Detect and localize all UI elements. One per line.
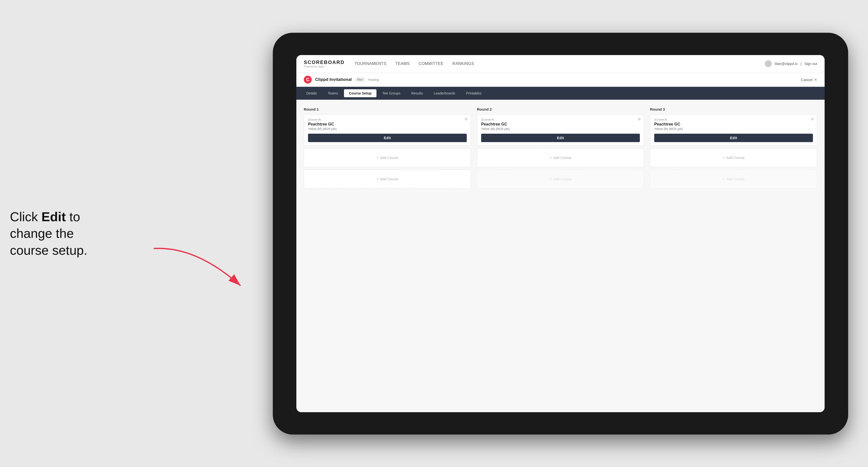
add-course-label-r2-c: Add Course — [553, 177, 571, 181]
tab-course-setup[interactable]: Course Setup — [344, 89, 376, 97]
add-course-label-r1-b: Add Course — [380, 156, 399, 160]
separator: | — [801, 62, 802, 66]
delete-course-r1-a[interactable]: ⊗ — [465, 117, 468, 121]
tournament-logo: C — [304, 75, 312, 84]
delete-course-r3-a[interactable]: ⊗ — [811, 117, 814, 121]
tab-results[interactable]: Results — [406, 89, 428, 97]
close-icon: ✕ — [814, 77, 817, 82]
delete-course-r2-a[interactable]: ⊗ — [638, 117, 641, 121]
round-1-title: Round 1 — [304, 107, 471, 111]
instruction-bold: Edit — [41, 209, 66, 224]
course-label-r3-a: (Course A) — [654, 118, 813, 121]
course-label-r1-a: (Course A) — [308, 118, 467, 121]
course-name-r2-a: Peachtree GC — [481, 122, 640, 126]
plus-icon-r3-b: + — [722, 156, 725, 160]
tablet-shell: SCOREBOARD Powered by clippd TOURNAMENTS… — [273, 33, 848, 435]
plus-icon-r1-c: + — [376, 177, 378, 181]
add-course-label-r3-b: Add Course — [726, 156, 745, 160]
edit-button-r2-a[interactable]: Edit — [481, 134, 640, 142]
plus-icon-r3-c: + — [722, 177, 725, 181]
top-nav-links: TOURNAMENTS TEAMS COMMITTEE RANKINGS — [354, 62, 765, 66]
plus-icon-r1-b: + — [376, 156, 378, 160]
logo-title: SCOREBOARD — [304, 60, 344, 65]
rounds-grid: Round 1 ⊗ (Course A) Peachtree GC Yellow… — [304, 107, 817, 191]
nav-committee[interactable]: COMMITTEE — [418, 62, 444, 66]
tab-details[interactable]: Details — [301, 89, 322, 97]
top-nav-right: blair@clippd.io | Sign out — [765, 60, 817, 67]
cancel-label: Cancel — [801, 77, 812, 82]
add-course-r3-c: + Add Course — [650, 169, 817, 188]
scoreboard-logo: SCOREBOARD Powered by clippd — [304, 60, 344, 68]
course-details-r1-a: Yellow (M) (6629 yds) — [308, 127, 467, 131]
tournament-header: C Clippd Invitational Men Hosting Cancel… — [297, 73, 825, 87]
add-course-r1-b[interactable]: + Add Course — [304, 148, 471, 167]
course-card-r3-a: ⊗ (Course A) Peachtree GC Yellow (M) (66… — [650, 114, 817, 146]
course-card-r2-a: ⊗ (Course A) Peachtree GC Yellow (M) (66… — [477, 114, 644, 146]
round-3-title: Round 3 — [650, 107, 817, 111]
tab-tee-groups[interactable]: Tee Groups — [377, 89, 405, 97]
round-2-title: Round 2 — [477, 107, 644, 111]
main-content: Round 1 ⊗ (Course A) Peachtree GC Yellow… — [297, 100, 825, 412]
tablet-screen: SCOREBOARD Powered by clippd TOURNAMENTS… — [297, 55, 825, 412]
nav-rankings[interactable]: RANKINGS — [452, 62, 474, 66]
tab-leaderboards[interactable]: Leaderboards — [429, 89, 460, 97]
add-course-label-r3-c: Add Course — [726, 177, 745, 181]
nav-tournaments[interactable]: TOURNAMENTS — [354, 62, 386, 66]
course-name-r3-a: Peachtree GC — [654, 122, 813, 126]
course-details-r3-a: Yellow (M) (6629 yds) — [654, 127, 813, 131]
tabs-bar: Details Teams Course Setup Tee Groups Re… — [297, 87, 825, 100]
tab-printables[interactable]: Printables — [461, 89, 487, 97]
gender-badge: Men — [354, 77, 365, 82]
add-course-r2-c: + Add Course — [477, 169, 644, 188]
add-course-r1-c[interactable]: + Add Course — [304, 169, 471, 188]
nav-teams[interactable]: TEAMS — [395, 62, 410, 66]
user-email: blair@clippd.io — [775, 62, 798, 66]
add-course-label-r2-b: Add Course — [553, 156, 571, 160]
tournament-name: Clippd Invitational — [315, 77, 352, 82]
edit-button-r3-a[interactable]: Edit — [654, 134, 813, 142]
plus-icon-r2-c: + — [549, 177, 552, 181]
instruction-text: Click Edit tochange thecourse setup. — [10, 208, 87, 259]
arrow-annotation — [146, 241, 250, 295]
logo-sub: Powered by clippd — [304, 65, 344, 68]
user-avatar — [765, 60, 772, 67]
top-nav: SCOREBOARD Powered by clippd TOURNAMENTS… — [297, 55, 825, 73]
tab-teams[interactable]: Teams — [323, 89, 343, 97]
add-course-r3-b[interactable]: + Add Course — [650, 148, 817, 167]
add-course-r2-b[interactable]: + Add Course — [477, 148, 644, 167]
round-3-column: Round 3 ⊗ (Course A) Peachtree GC Yellow… — [650, 107, 817, 191]
round-2-column: Round 2 ⊗ (Course A) Peachtree GC Yellow… — [477, 107, 644, 191]
sign-out-link[interactable]: Sign out — [805, 62, 817, 66]
course-details-r2-a: Yellow (M) (6629 yds) — [481, 127, 640, 131]
course-name-r1-a: Peachtree GC — [308, 122, 467, 126]
add-course-label-r1-c: Add Course — [380, 177, 399, 181]
cancel-button[interactable]: Cancel ✕ — [801, 77, 817, 82]
round-1-column: Round 1 ⊗ (Course A) Peachtree GC Yellow… — [304, 107, 471, 191]
course-label-r2-a: (Course A) — [481, 118, 640, 121]
course-card-r1-a: ⊗ (Course A) Peachtree GC Yellow (M) (66… — [304, 114, 471, 146]
hosting-badge: Hosting — [368, 78, 379, 82]
plus-icon-r2-b: + — [549, 156, 552, 160]
edit-button-r1-a[interactable]: Edit — [308, 134, 467, 142]
